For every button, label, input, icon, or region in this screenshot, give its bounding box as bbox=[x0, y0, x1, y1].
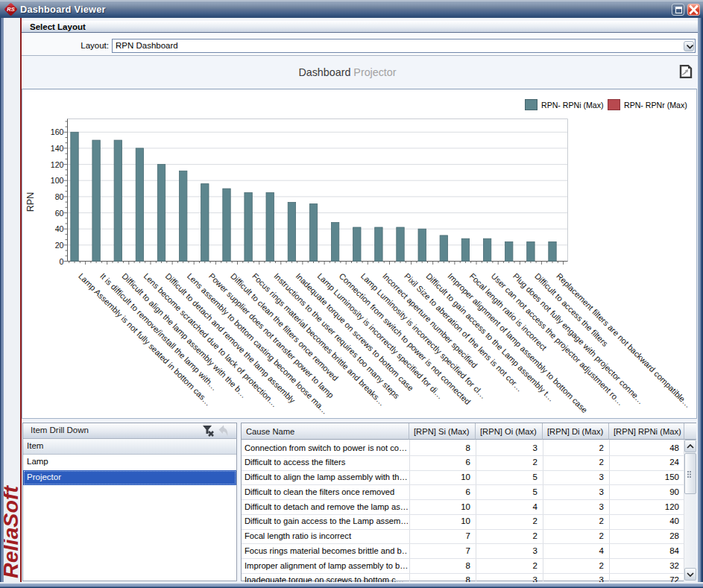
svg-text:40: 40 bbox=[55, 224, 64, 233]
svg-text:140: 140 bbox=[51, 144, 64, 153]
svg-text:60: 60 bbox=[55, 209, 64, 218]
svg-text:100: 100 bbox=[51, 176, 64, 185]
svg-text:RPN: RPN bbox=[25, 192, 36, 212]
svg-text:20: 20 bbox=[55, 241, 64, 250]
svg-text:80: 80 bbox=[55, 192, 64, 201]
svg-text:120: 120 bbox=[51, 160, 64, 169]
svg-text:0: 0 bbox=[60, 257, 64, 266]
svg-text:160: 160 bbox=[51, 127, 64, 136]
